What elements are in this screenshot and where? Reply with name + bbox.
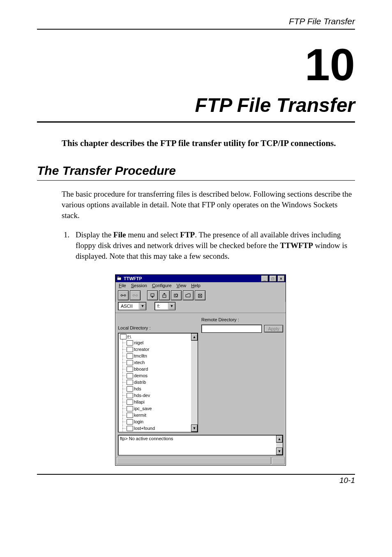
status-cell-small bbox=[272, 457, 285, 464]
svg-point-3 bbox=[124, 295, 126, 296]
chapter-title: FTP File Transfer bbox=[37, 91, 355, 123]
drive-value: f: bbox=[155, 304, 168, 309]
menu-view[interactable]: View bbox=[177, 283, 187, 288]
folder-closed-icon bbox=[127, 353, 133, 359]
tree-item-label: xtech bbox=[134, 359, 145, 366]
svg-marker-9 bbox=[151, 297, 154, 298]
tree-item-label: lost+found bbox=[134, 425, 155, 432]
folder-open-icon bbox=[120, 334, 127, 339]
ttwftp-window: TTWFTP _ □ × File Session Configure View… bbox=[115, 274, 286, 466]
folder-closed-icon bbox=[127, 360, 133, 365]
folder-closed-icon bbox=[127, 380, 133, 385]
main-panel: Local Directory : f:\ nigeltcreatortmcll… bbox=[115, 313, 286, 435]
svg-rect-0 bbox=[117, 277, 121, 280]
download-icon[interactable] bbox=[159, 290, 170, 300]
close-button[interactable]: × bbox=[277, 275, 285, 282]
folder-closed-icon bbox=[127, 340, 133, 346]
tree-item-label: login bbox=[134, 418, 143, 425]
tree-item-label: demos bbox=[134, 372, 148, 379]
folder-closed-icon bbox=[127, 386, 133, 392]
statusbar bbox=[116, 457, 285, 464]
tree-item-label: bboard bbox=[134, 366, 148, 372]
tree-item-label: ipc_save bbox=[134, 405, 152, 412]
tree-item[interactable]: hllapi bbox=[120, 399, 196, 405]
folder-closed-icon bbox=[127, 367, 133, 372]
remote-directory-label: Remote Directory : bbox=[201, 317, 239, 322]
tree-item[interactable]: kermit bbox=[120, 412, 196, 418]
connect-icon[interactable] bbox=[118, 290, 129, 300]
step-list: Display the File menu and select FTP. Th… bbox=[62, 230, 355, 261]
folder-closed-icon bbox=[127, 426, 133, 431]
tree-item-label: distrib bbox=[134, 379, 146, 385]
tree-item-label: kermit bbox=[134, 412, 146, 418]
menu-configure[interactable]: Configure bbox=[152, 283, 172, 288]
scroll-up-icon[interactable]: ▲ bbox=[191, 333, 198, 341]
folder-closed-icon bbox=[127, 419, 133, 425]
tree-item-label: hds-dev bbox=[134, 392, 150, 399]
chevron-down-icon[interactable]: ▼ bbox=[168, 303, 175, 309]
titlebar[interactable]: TTWFTP _ □ × bbox=[115, 275, 286, 282]
menu-file[interactable]: File bbox=[119, 283, 126, 288]
tree-item[interactable]: lost+found bbox=[120, 425, 196, 432]
tree-item[interactable]: hds bbox=[120, 385, 196, 392]
delete-icon[interactable] bbox=[195, 290, 205, 300]
chapter-number: 10 bbox=[37, 42, 355, 87]
tree-item[interactable]: ipc_save bbox=[120, 405, 196, 412]
step1-text: Display the bbox=[76, 230, 113, 239]
ftp-console[interactable]: ftp> No active connections ▲ ▼ bbox=[118, 435, 283, 455]
tree-item[interactable]: tcreator bbox=[120, 346, 196, 353]
scroll-down-icon[interactable]: ▼ bbox=[276, 448, 283, 455]
chevron-down-icon[interactable]: ▼ bbox=[139, 303, 146, 309]
folder-closed-icon bbox=[127, 347, 133, 352]
tree-item[interactable]: demos bbox=[120, 372, 196, 379]
tree-item[interactable]: tmclltn bbox=[120, 353, 196, 359]
folder-closed-icon bbox=[127, 406, 133, 411]
svg-line-7 bbox=[134, 295, 136, 296]
body-paragraph: The basic procedure for transferring fil… bbox=[62, 189, 355, 220]
folder-closed-icon bbox=[127, 373, 133, 378]
svg-point-5 bbox=[133, 295, 134, 296]
menubar: File Session Configure View Help bbox=[115, 282, 286, 289]
folder-icon[interactable] bbox=[183, 290, 194, 300]
scrollbar[interactable]: ▲ ▼ bbox=[276, 435, 283, 455]
scroll-down-icon[interactable]: ▼ bbox=[191, 425, 198, 432]
menu-help[interactable]: Help bbox=[191, 283, 201, 288]
folder-closed-icon bbox=[127, 413, 133, 418]
menu-session[interactable]: Session bbox=[131, 283, 147, 288]
tree-item[interactable]: distrib bbox=[120, 379, 196, 385]
svg-marker-10 bbox=[163, 293, 166, 294]
minimize-button[interactable]: _ bbox=[261, 275, 268, 282]
window-title: TTWFTP bbox=[124, 276, 142, 281]
step1-ttwftp: TTWFTP bbox=[280, 241, 313, 250]
transfer-mode-combo[interactable]: ASCII ▼ bbox=[118, 302, 146, 310]
tree-item[interactable]: hds-dev bbox=[120, 392, 196, 399]
tree-item[interactable]: login bbox=[120, 418, 196, 425]
folder-closed-icon bbox=[127, 399, 133, 405]
tree-item-label: tmclltn bbox=[134, 353, 147, 359]
intro-paragraph: This chapter describes the FTP file tran… bbox=[62, 137, 355, 149]
disconnect-icon[interactable] bbox=[130, 290, 141, 300]
local-tree[interactable]: f:\ nigeltcreatortmclltnxtechbboarddemos… bbox=[118, 333, 198, 432]
section-title: The Transfer Procedure bbox=[37, 164, 355, 181]
tree-item[interactable]: bboard bbox=[120, 366, 196, 372]
scroll-up-icon[interactable]: ▲ bbox=[276, 435, 283, 443]
upload-icon[interactable] bbox=[147, 290, 158, 300]
page-footer: 10-1 bbox=[37, 474, 355, 485]
svg-point-2 bbox=[121, 295, 122, 296]
running-header: FTP File Transfer bbox=[37, 16, 355, 30]
rename-icon[interactable] bbox=[171, 290, 182, 300]
tree-root-label: f:\ bbox=[127, 334, 131, 339]
drive-combo[interactable]: f: ▼ bbox=[154, 302, 175, 310]
remote-directory-input[interactable] bbox=[201, 325, 262, 333]
apply-button[interactable]: Apply bbox=[264, 325, 283, 332]
tree-item[interactable]: xtech bbox=[120, 359, 196, 366]
toolbar bbox=[115, 289, 286, 302]
scrollbar[interactable]: ▲ ▼ bbox=[191, 333, 198, 432]
status-cell bbox=[116, 457, 271, 464]
svg-point-6 bbox=[136, 295, 138, 296]
tree-root[interactable]: f:\ bbox=[120, 334, 196, 339]
svg-rect-8 bbox=[151, 294, 154, 296]
maximize-button[interactable]: □ bbox=[269, 275, 277, 282]
tree-item[interactable]: nigel bbox=[120, 339, 196, 346]
console-text: ftp> No active connections bbox=[120, 436, 173, 441]
